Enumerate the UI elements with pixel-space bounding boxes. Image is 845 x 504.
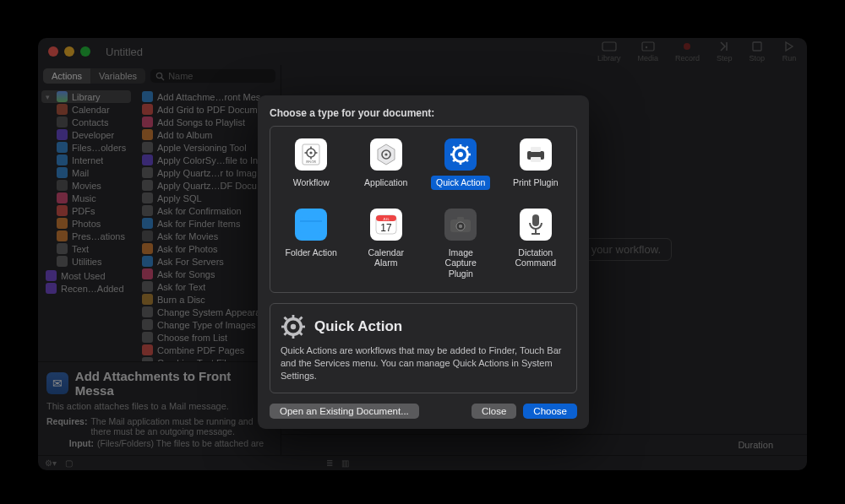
svg-rect-18 bbox=[450, 154, 454, 156]
category-icon bbox=[57, 104, 68, 115]
close-window-button[interactable] bbox=[48, 46, 58, 57]
svg-rect-41 bbox=[281, 326, 286, 328]
category-item[interactable]: PDFs bbox=[41, 204, 131, 217]
action-item[interactable]: Add Attachme…ront Mes bbox=[138, 90, 277, 103]
library-header[interactable]: ▾ Library bbox=[41, 90, 131, 103]
type-dictation-command[interactable]: Dictation Command bbox=[502, 205, 570, 285]
application-icon bbox=[370, 138, 402, 171]
category-item[interactable]: Mail bbox=[41, 166, 131, 179]
action-icon bbox=[142, 180, 153, 191]
window-title: Untitled bbox=[106, 46, 143, 58]
category-item[interactable]: Photos bbox=[41, 217, 131, 230]
action-item[interactable]: Apply Quartz…DF Docu bbox=[138, 179, 277, 192]
category-item[interactable]: Movies bbox=[41, 179, 131, 192]
action-item[interactable]: Choose from List bbox=[138, 331, 277, 344]
columns-view-icon[interactable]: ▥ bbox=[341, 458, 349, 468]
action-item[interactable]: Burn a Disc bbox=[138, 293, 277, 306]
template-chooser-sheet: Choose a type for your document: WFLOW W… bbox=[258, 95, 589, 429]
action-item[interactable]: Ask for Songs bbox=[138, 268, 277, 280]
type-application[interactable]: Application bbox=[352, 135, 421, 193]
action-item[interactable]: Add to Album bbox=[138, 128, 277, 141]
action-item[interactable]: Ask for Confirmation bbox=[138, 204, 277, 217]
minimize-window-button[interactable] bbox=[64, 46, 74, 57]
toolbar-stop-button[interactable]: Stop bbox=[749, 41, 765, 62]
action-item[interactable]: Ask for Movies bbox=[138, 230, 277, 242]
type-workflow[interactable]: WFLOW Workflow bbox=[277, 135, 346, 193]
category-item[interactable]: Pres…ations bbox=[41, 230, 131, 242]
calendar-icon: JUL17 bbox=[370, 209, 402, 241]
action-icon bbox=[142, 319, 153, 330]
tab-variables[interactable]: Variables bbox=[90, 68, 145, 84]
action-item[interactable]: Apple Versioning Tool bbox=[138, 141, 277, 154]
category-item[interactable]: Internet bbox=[41, 154, 131, 166]
action-icon bbox=[142, 218, 153, 229]
action-item[interactable]: Change Type of Images bbox=[138, 318, 277, 331]
category-item[interactable]: Files…olders bbox=[41, 141, 131, 154]
titlebar: Untitled Library Media Record Step Stop … bbox=[38, 38, 807, 65]
workflow-icon: WFLOW bbox=[295, 138, 327, 171]
action-icon bbox=[142, 344, 153, 355]
toolbar-media-button[interactable]: Media bbox=[637, 41, 658, 62]
category-item[interactable]: Music bbox=[41, 192, 131, 204]
category-smart-item[interactable]: Recen…Added bbox=[41, 282, 131, 295]
category-icon bbox=[57, 117, 68, 127]
gear-icon bbox=[281, 314, 306, 339]
category-list: ▾ Library CalendarContactsDeveloperFiles… bbox=[38, 87, 134, 361]
search-field[interactable] bbox=[150, 69, 275, 83]
toolbar-run-button[interactable]: Run bbox=[782, 41, 797, 62]
category-item[interactable]: Developer bbox=[41, 128, 131, 141]
action-item[interactable]: Change System Appearan bbox=[138, 306, 277, 318]
list-view-icon[interactable]: ≣ bbox=[326, 458, 333, 468]
action-icon bbox=[142, 117, 153, 127]
toolbar-step-button[interactable]: Step bbox=[717, 41, 733, 62]
action-item[interactable]: Apply Quartz…r to Imag bbox=[138, 166, 277, 179]
action-item[interactable]: Add Songs to Playlist bbox=[138, 116, 277, 128]
open-existing-button[interactable]: Open an Existing Document... bbox=[270, 404, 419, 419]
gear-icon[interactable]: ⚙︎▾ bbox=[45, 458, 57, 468]
action-item[interactable]: Ask for Finder Items bbox=[138, 217, 277, 230]
action-item[interactable]: Add Grid to PDF Docum bbox=[138, 103, 277, 116]
type-folder-action[interactable]: Folder Action bbox=[277, 205, 346, 285]
action-item[interactable]: Combine PDF Pages bbox=[138, 344, 277, 356]
action-icon bbox=[142, 104, 153, 115]
action-item[interactable]: Apply ColorSy…file to In bbox=[138, 154, 277, 166]
disclosure-icon[interactable]: ▢ bbox=[65, 458, 73, 468]
action-icon bbox=[142, 205, 153, 216]
action-item[interactable]: Apply SQL bbox=[138, 192, 277, 204]
action-icon bbox=[142, 243, 153, 254]
library-icon bbox=[57, 91, 68, 102]
category-item[interactable]: Text bbox=[41, 242, 131, 255]
action-item[interactable]: Ask for Photos bbox=[138, 242, 277, 255]
category-item[interactable]: Contacts bbox=[41, 116, 131, 128]
choose-button[interactable]: Choose bbox=[523, 404, 577, 419]
svg-rect-26 bbox=[531, 157, 541, 162]
smart-folder-icon bbox=[46, 283, 57, 294]
smart-folder-icon bbox=[46, 270, 57, 281]
tab-actions[interactable]: Actions bbox=[43, 68, 90, 84]
category-icon bbox=[57, 167, 68, 178]
library-icon bbox=[602, 41, 617, 52]
category-item[interactable]: Utilities bbox=[41, 255, 131, 268]
toolbar-record-button[interactable]: Record bbox=[675, 41, 700, 62]
type-calendar-alarm[interactable]: JUL17 Calendar Alarm bbox=[352, 205, 421, 285]
svg-point-4 bbox=[156, 73, 161, 78]
log-header: Duration bbox=[281, 434, 807, 455]
category-icon bbox=[57, 243, 68, 254]
type-description: Quick Action Quick Actions are workflows… bbox=[270, 303, 577, 393]
type-quick-action[interactable]: Quick Action bbox=[427, 135, 495, 193]
type-image-capture-plugin[interactable]: Image Capture Plugin bbox=[427, 205, 495, 285]
category-icon bbox=[57, 180, 68, 191]
toolbar-library-button[interactable]: Library bbox=[597, 41, 621, 62]
action-icon bbox=[142, 306, 153, 317]
action-item[interactable]: Ask for Text bbox=[138, 280, 277, 293]
category-icon bbox=[57, 256, 68, 267]
category-item[interactable]: Calendar bbox=[41, 103, 131, 116]
action-icon bbox=[142, 142, 153, 153]
search-input[interactable] bbox=[168, 71, 270, 81]
category-smart-item[interactable]: Most Used bbox=[41, 269, 131, 282]
folder-icon bbox=[295, 209, 327, 241]
action-item[interactable]: Ask For Servers bbox=[138, 255, 277, 268]
type-print-plugin[interactable]: Print Plugin bbox=[502, 135, 570, 193]
close-button[interactable]: Close bbox=[472, 404, 516, 419]
zoom-window-button[interactable] bbox=[80, 46, 90, 57]
